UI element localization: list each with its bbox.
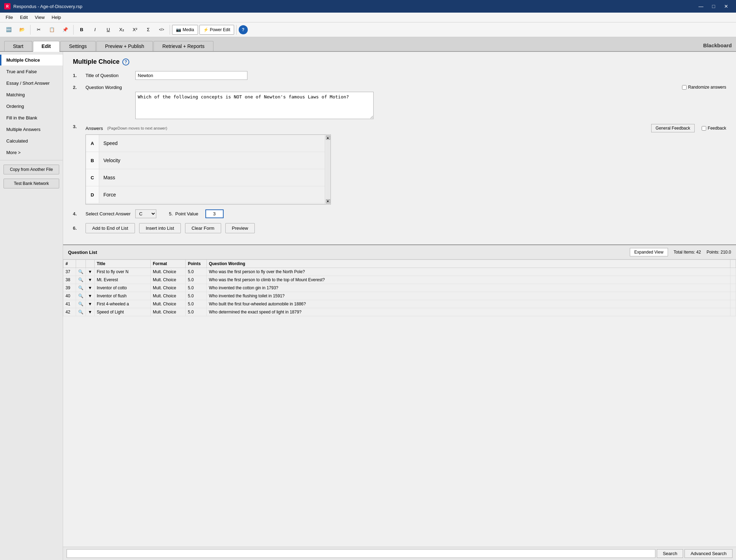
cell-points-38: 5.0 — [185, 276, 206, 284]
randomize-answers-label[interactable]: Randomize answers — [682, 85, 726, 90]
cell-arrow-38[interactable]: ▼ — [86, 276, 95, 284]
table-row: 41 🔍 ▼ First 4-wheeled a Mult. Choice 5.… — [63, 300, 736, 308]
search-input[interactable] — [67, 549, 655, 558]
table-header: # Title Format Points Question Wording — [63, 260, 736, 268]
cell-search-41[interactable]: 🔍 — [76, 300, 86, 308]
subscript-button[interactable]: X₂ — [116, 24, 128, 35]
cell-wording-41: Who built the first four-wheeled automob… — [206, 300, 730, 308]
sidebar-item-matching[interactable]: Matching — [0, 89, 63, 100]
point-value-label: Point Value — [175, 211, 198, 216]
cell-arrow-41[interactable]: ▼ — [86, 300, 95, 308]
sidebar-item-ordering[interactable]: Ordering — [0, 101, 63, 112]
cell-wording-38: Who was the first person to climb to the… — [206, 276, 730, 284]
scroll-down-icon[interactable]: ▼ — [326, 199, 330, 203]
open-button[interactable]: 📂 — [16, 24, 28, 35]
brand-label: Blackboard — [703, 42, 732, 51]
cell-points-42: 5.0 — [185, 308, 206, 316]
cell-arrow-40[interactable]: ▼ — [86, 292, 95, 300]
minimize-button[interactable]: — — [695, 2, 707, 11]
cell-search-37[interactable]: 🔍 — [76, 268, 86, 276]
question-list-controls: Expanded View Total Items: 42 Points: 21… — [630, 248, 731, 256]
answers-scrollbar[interactable]: ▲ ▼ — [325, 135, 330, 204]
toolbar-separator-3 — [170, 25, 170, 35]
tab-preview-publish[interactable]: Preview + Publish — [96, 41, 153, 51]
cell-title-37: First to fly over N — [94, 268, 150, 276]
copy-from-file-button[interactable]: Copy from Another File — [4, 165, 59, 174]
answer-item-d[interactable]: D Force — [86, 186, 325, 203]
bold-button[interactable]: B — [76, 24, 88, 35]
cut-button[interactable]: ✂ — [33, 24, 45, 35]
section-title-row: Multiple Choice ? — [73, 58, 726, 65]
test-bank-button[interactable]: Test Bank Network — [4, 179, 59, 188]
cell-arrow-42[interactable]: ▼ — [86, 308, 95, 316]
answer-text-b: Velocity — [99, 155, 325, 166]
answers-label-row: Answers (PageDown moves to next answer) … — [86, 124, 726, 132]
sidebar-item-calculated[interactable]: Calculated — [0, 136, 63, 146]
menu-view[interactable]: View — [32, 14, 47, 21]
tab-start[interactable]: Start — [4, 41, 32, 51]
sidebar-item-multiple-answers[interactable]: Multiple Answers — [0, 124, 63, 135]
superscript-button[interactable]: X² — [129, 24, 141, 35]
cell-search-38[interactable]: 🔍 — [76, 276, 86, 284]
paste-button[interactable]: 📌 — [59, 24, 71, 35]
sidebar-item-multiple-choice[interactable]: Multiple Choice — [0, 55, 63, 65]
expanded-view-button[interactable]: Expanded View — [630, 248, 668, 256]
section-title-text: Multiple Choice — [73, 58, 120, 65]
question-wording-label: Question Wording — [86, 85, 131, 90]
preview-button[interactable]: Preview — [225, 223, 255, 233]
clear-form-button[interactable]: Clear Form — [185, 223, 221, 233]
insert-into-list-button[interactable]: Insert into List — [139, 223, 181, 233]
answer-item-b[interactable]: B Velocity — [86, 152, 325, 169]
answer-item-a[interactable]: A Speed — [86, 135, 325, 152]
menu-edit[interactable]: Edit — [17, 14, 30, 21]
menu-help[interactable]: Help — [49, 14, 64, 21]
answer-item-c[interactable]: C Mass — [86, 169, 325, 186]
actions-row: 6. Add to End of List Insert into List C… — [73, 223, 726, 233]
sidebar-item-more[interactable]: More > — [0, 147, 63, 158]
cell-arrow-39[interactable]: ▼ — [86, 284, 95, 292]
table-row: 38 🔍 ▼ Mt. Everest Mult. Choice 5.0 Who … — [63, 276, 736, 284]
feedback-checkbox[interactable] — [702, 126, 706, 131]
title-question-input[interactable] — [135, 71, 247, 80]
sigma-button[interactable]: Σ — [142, 24, 154, 35]
point-value-input[interactable] — [205, 209, 224, 218]
help-toolbar-button[interactable]: ? — [239, 25, 248, 34]
scroll-up-icon[interactable]: ▲ — [326, 136, 330, 140]
randomize-answers-checkbox[interactable] — [682, 85, 687, 90]
general-feedback-button[interactable]: General Feedback — [651, 124, 695, 132]
tab-retrieval-reports[interactable]: Retrieval + Reports — [154, 41, 213, 51]
feedback-label[interactable]: Feedback — [702, 126, 726, 131]
answers-outer: A Speed B Velocity C Mass — [86, 134, 331, 205]
correct-answer-select[interactable]: A B C D E — [135, 209, 156, 218]
copy-button[interactable]: 📋 — [46, 24, 58, 35]
cell-search-40[interactable]: 🔍 — [76, 292, 86, 300]
sidebar-item-fill-blank[interactable]: Fill in the Blank — [0, 112, 63, 123]
menu-file[interactable]: File — [3, 14, 16, 21]
question-wording-textarea[interactable]: Which of the following concepts is NOT o… — [135, 92, 374, 119]
sidebar-item-true-false[interactable]: True and False — [0, 66, 63, 77]
media-button[interactable]: 📷 Media — [172, 25, 198, 35]
media-icon: 📷 — [176, 27, 181, 32]
advanced-search-button[interactable]: Advanced Search — [684, 549, 732, 558]
cell-num-37: 37 — [63, 268, 76, 276]
cell-arrow-37[interactable]: ▼ — [86, 268, 95, 276]
new-button[interactable]: 🆕 — [3, 24, 15, 35]
add-to-end-button[interactable]: Add to End of List — [86, 223, 135, 233]
cell-search-39[interactable]: 🔍 — [76, 284, 86, 292]
maximize-button[interactable]: □ — [708, 2, 719, 11]
answers-list: A Speed B Velocity C Mass — [86, 135, 325, 204]
code-button[interactable]: </> — [156, 24, 168, 35]
cell-wording-39: Who invented the cotton gin in 1793? — [206, 284, 730, 292]
sidebar-item-essay[interactable]: Essay / Short Answer — [0, 78, 63, 89]
tab-edit[interactable]: Edit — [33, 41, 60, 52]
power-edit-button[interactable]: ⚡ Power Edit — [199, 25, 234, 35]
search-button[interactable]: Search — [657, 549, 683, 558]
italic-button[interactable]: I — [89, 24, 101, 35]
cell-search-42[interactable]: 🔍 — [76, 308, 86, 316]
underline-button[interactable]: U — [102, 24, 114, 35]
tab-settings[interactable]: Settings — [60, 41, 96, 51]
app-icon: R — [4, 3, 11, 9]
close-button[interactable]: ✕ — [721, 2, 732, 11]
help-icon[interactable]: ? — [122, 58, 129, 65]
title-bar-controls: — □ ✕ — [695, 2, 732, 11]
